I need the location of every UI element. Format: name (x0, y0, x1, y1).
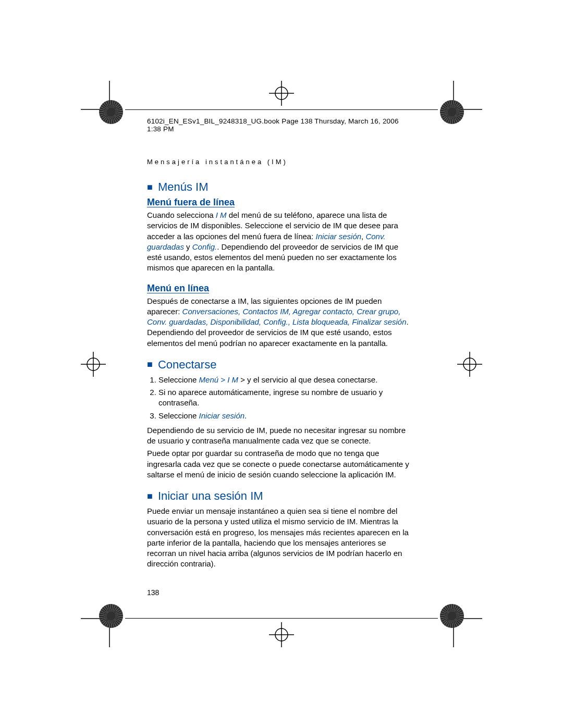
steps-list: Seleccione Menú > I M > y el servicio al… (147, 375, 413, 421)
registration-radial-icon (99, 100, 123, 124)
heading-conectarse: Conectarse (147, 358, 413, 372)
subheading-menu-online: Menú en línea (147, 283, 413, 294)
subheading-menu-offline: Menú fuera de línea (147, 197, 413, 208)
crop-mark-cross (81, 352, 106, 377)
registration-radial-icon (99, 604, 123, 628)
crop-mark-cross (457, 352, 482, 377)
crop-mark-cross (269, 81, 294, 106)
text-run: Seleccione (158, 411, 199, 420)
paragraph-conectarse-1: Dependiendo de su servicio de IM, puede … (147, 425, 413, 447)
document-page: 6102i_EN_ESv1_BIL_9248318_UG.book Page 1… (0, 0, 563, 728)
crop-mark-cross (269, 622, 294, 647)
registration-radial-icon (440, 604, 464, 628)
paragraph-iniciar-sesion: Puede enviar un mensaje instantáneo a qu… (147, 506, 413, 570)
page-content: 6102i_EN_ESv1_BIL_9248318_UG.book Page 1… (147, 117, 413, 597)
running-header: Mensajería instantánea (IM) (147, 158, 413, 166)
heading-text: Conectarse (158, 358, 217, 372)
crop-guide-line (125, 109, 438, 110)
text-run: > y el servicio al que desea conectarse. (238, 375, 377, 384)
heading-iniciar-sesion: Iniciar una sesión IM (147, 489, 413, 503)
heading-text: Iniciar una sesión IM (158, 489, 263, 503)
text-run: y (184, 242, 192, 251)
accent-text: Conversaciones, Contactos IM, Agregar co… (147, 307, 407, 326)
accent-text: Iniciar sesión (199, 411, 245, 420)
paragraph-conectarse-2: Puede optar por guardar su contraseña de… (147, 448, 413, 480)
crop-guide-line (125, 618, 438, 619)
text-run: Seleccione (158, 375, 199, 384)
paragraph-online: Después de conectarse a IM, las siguient… (147, 296, 413, 349)
list-item: Seleccione Iniciar sesión. (158, 411, 413, 421)
heading-menus-im: Menús IM (147, 180, 413, 194)
heading-text: Menús IM (158, 180, 209, 194)
accent-text: I M (216, 211, 227, 219)
file-header-text: 6102i_EN_ESv1_BIL_9248318_UG.book Page 1… (147, 117, 413, 133)
page-number: 138 (147, 588, 413, 597)
list-item: Seleccione Menú > I M > y el servicio al… (158, 375, 413, 385)
paragraph-offline: Cuando selecciona I M del menú de su tel… (147, 210, 413, 274)
text-run: Cuando selecciona (147, 211, 216, 219)
accent-text: Config. (192, 242, 217, 251)
accent-text: Menú > I M (199, 375, 238, 384)
registration-radial-icon (440, 100, 464, 124)
text-run: . (244, 411, 247, 420)
accent-text: Iniciar sesión (316, 232, 362, 241)
list-item: Si no aparece automáticamente, ingrese s… (158, 387, 413, 409)
